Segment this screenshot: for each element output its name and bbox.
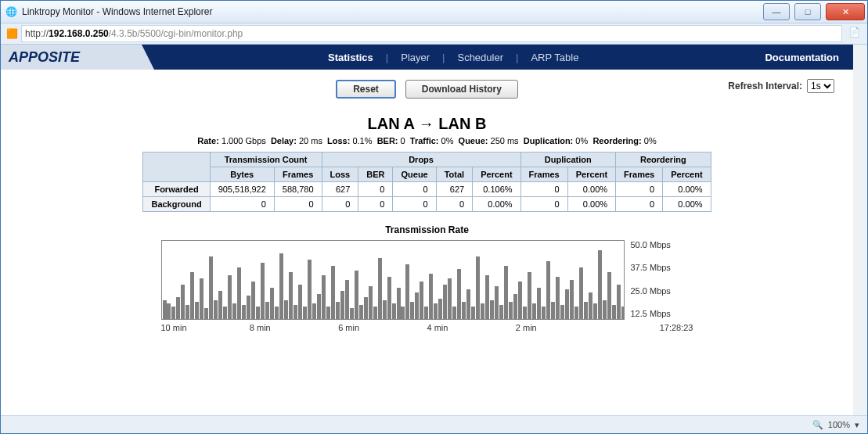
nav-statistics[interactable]: Statistics [320,52,381,63]
direction-heading: LAN A → LAN B [1,115,853,133]
col-frames: Frames [616,167,663,182]
nav-player[interactable]: Player [393,52,438,63]
stats-table: Transmission CountDropsDuplicationReorde… [142,152,711,212]
col-bytes: Bytes [210,167,274,182]
favicon-icon: 🟧 [5,27,18,40]
row-background: Background [143,197,210,212]
col-ber: BER [358,167,393,182]
colgroup-drops: Drops [322,152,520,167]
address-bar[interactable]: http://192.168.0.250/4.3.5b/5500/cgi-bin… [21,25,842,42]
zoom-dropdown-icon[interactable]: ▾ [855,420,859,430]
col-percent: Percent [663,167,711,182]
ie-icon: 🌐 [5,6,17,17]
link-params: Rate: 1.000 Gbps Delay: 20 ms Loss: 0.1%… [1,136,853,145]
nav-documentation[interactable]: Documentation [765,52,853,63]
chart-title: Transmission Rate [1,224,853,235]
close-button[interactable]: ✕ [826,3,865,20]
col-frames: Frames [274,167,322,182]
zoom-icon: 🔍 [812,420,823,430]
refresh-interval-label: Refresh Interval: [728,81,802,91]
nav-scheduler[interactable]: Scheduler [449,52,511,63]
url-scheme: http:// [25,28,49,39]
download-history-button[interactable]: Download History [405,80,518,99]
refresh-interval-select[interactable]: 1s [807,79,834,93]
transmission-rate-chart [161,240,625,320]
col-loss: Loss [322,167,358,182]
colgroup-reordering: Reordering [616,152,711,167]
col-percent: Percent [473,167,520,182]
page-icon: 📄 [848,27,863,41]
url-host: 192.168.0.250 [49,28,109,39]
colgroup-transmission-count: Transmission Count [210,152,322,167]
col-frames: Frames [520,167,567,182]
col-total: Total [436,167,472,182]
row-forwarded: Forwarded [143,182,210,197]
chart-y-axis: 50.0 Mbps37.5 Mbps25.0 Mbps12.5 Mbps [625,240,693,318]
maximize-button[interactable]: □ [794,3,821,20]
zoom-level[interactable]: 100% [828,420,850,429]
table-row: Forwarded905,518,922588,780627006270.106… [143,182,711,197]
url-path: /4.3.5b/5500/cgi-bin/monitor.php [109,28,243,39]
table-row: Background0000000.00%00.00%00.00% [143,197,711,212]
col-percent: Percent [567,167,615,182]
chart-x-axis: 10 min8 min6 min4 min2 min17:28:23 [161,323,693,332]
window-title: Linktropy Monitor - Windows Internet Exp… [22,6,212,17]
vertical-scrollbar[interactable] [853,45,867,415]
nav-arp-table[interactable]: ARP Table [523,52,586,63]
reset-button[interactable]: Reset [336,80,396,99]
logo: APPOSITE [1,45,142,70]
minimize-button[interactable]: ― [763,3,790,20]
colgroup-duplication: Duplication [520,152,616,167]
col-queue: Queue [393,167,436,182]
